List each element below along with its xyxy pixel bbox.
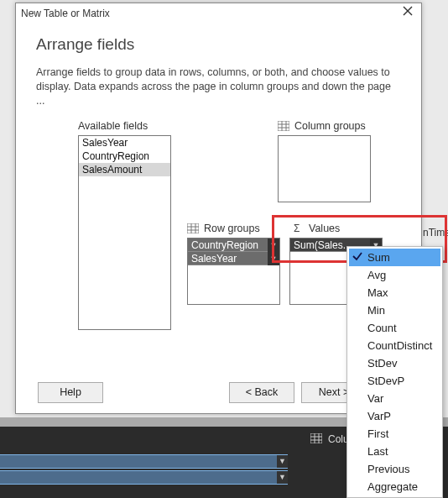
aggregate-menu-item[interactable]: StDev bbox=[349, 354, 440, 372]
viewport: nTime s ▼ ▼ Colum New Table or Matrix Ar… bbox=[0, 0, 448, 498]
aggregate-menu-item-label: Var bbox=[367, 392, 383, 405]
aggregate-menu-item-label: Min bbox=[367, 304, 385, 317]
help-button[interactable]: Help bbox=[38, 382, 103, 403]
aggregate-menu-item-label: Max bbox=[367, 286, 388, 299]
aggregate-menu-item[interactable]: First bbox=[349, 425, 440, 443]
sigma-icon: Σ bbox=[294, 223, 300, 234]
chevron-down-icon[interactable]: ▼ bbox=[277, 455, 288, 468]
aggregate-menu-item[interactable]: CountDistinct bbox=[349, 337, 440, 354]
aggregate-menu-item[interactable]: Aggregate bbox=[349, 478, 440, 495]
available-fields-list[interactable]: SalesYear CountryRegion SalesAmount bbox=[78, 135, 171, 330]
dialog-title: New Table or Matrix bbox=[21, 8, 110, 19]
available-fields-label: Available fields bbox=[78, 120, 148, 132]
background-group-row-2[interactable]: ▼ bbox=[0, 470, 288, 485]
close-button[interactable] bbox=[403, 6, 418, 21]
close-icon bbox=[403, 6, 413, 16]
aggregate-menu-item-label: Count bbox=[367, 322, 397, 334]
aggregate-menu-item-label: Previous bbox=[367, 463, 410, 475]
back-button[interactable]: < Back bbox=[229, 382, 294, 403]
check-icon bbox=[352, 250, 363, 262]
aggregate-menu-item[interactable]: Previous bbox=[349, 460, 440, 478]
aggregate-menu[interactable]: Sum Avg Max Min Count CountDistinct StDe… bbox=[346, 246, 443, 498]
aggregate-menu-item-label: StDev bbox=[367, 357, 397, 370]
row-group-chip[interactable]: SalesYear▼ bbox=[188, 252, 279, 265]
aggregate-menu-item[interactable]: VarP bbox=[349, 407, 440, 425]
table-icon bbox=[187, 223, 199, 233]
aggregate-menu-item-label: Last bbox=[367, 445, 388, 458]
aggregate-menu-item-label: StDevP bbox=[367, 375, 404, 387]
row-groups-label: Row groups bbox=[204, 223, 260, 234]
background-field-truncated: nTime bbox=[423, 223, 448, 242]
aggregate-menu-item[interactable]: StDevP bbox=[349, 372, 440, 390]
aggregate-menu-item-label: CountDistinct bbox=[367, 339, 432, 352]
chevron-down-icon[interactable]: ▼ bbox=[277, 471, 288, 484]
chevron-down-icon[interactable]: ▼ bbox=[268, 239, 279, 252]
row-group-chip[interactable]: CountryRegion▼ bbox=[188, 239, 279, 252]
table-icon bbox=[310, 433, 322, 443]
aggregate-menu-item-label: VarP bbox=[367, 410, 391, 422]
aggregate-menu-item[interactable]: Var bbox=[349, 390, 440, 407]
aggregate-menu-item-label: First bbox=[367, 427, 388, 440]
row-group-chip-label: CountryRegion bbox=[191, 239, 258, 251]
value-chip-label: Sum(Sales... bbox=[294, 239, 352, 251]
svg-rect-7 bbox=[278, 121, 289, 131]
aggregate-menu-item-label: Avg bbox=[367, 269, 386, 281]
aggregate-menu-item-label: Sum bbox=[367, 251, 390, 264]
aggregate-menu-item[interactable]: Count bbox=[349, 319, 440, 337]
aggregate-menu-item[interactable]: Min bbox=[349, 301, 440, 319]
background-group-row-1[interactable]: ▼ bbox=[0, 454, 288, 469]
aggregate-menu-item[interactable]: Sum bbox=[349, 249, 440, 266]
table-icon bbox=[278, 121, 289, 131]
available-field-item[interactable]: SalesAmount bbox=[79, 163, 170, 176]
page-heading: Arrange fields bbox=[36, 35, 401, 54]
available-field-item[interactable]: CountryRegion bbox=[79, 149, 170, 163]
values-label: Values bbox=[309, 223, 340, 234]
chevron-down-icon[interactable]: ▼ bbox=[268, 252, 279, 265]
svg-rect-12 bbox=[187, 223, 199, 233]
aggregate-menu-item[interactable]: Max bbox=[349, 284, 440, 301]
svg-rect-0 bbox=[310, 433, 322, 443]
aggregate-menu-item[interactable]: Last bbox=[349, 443, 440, 460]
column-groups-label: Column groups bbox=[294, 120, 366, 132]
aggregate-menu-item-label: Aggregate bbox=[367, 480, 418, 493]
aggregate-menu-item[interactable]: Avg bbox=[349, 266, 440, 284]
column-groups-list[interactable] bbox=[278, 135, 371, 202]
row-group-chip-label: SalesYear bbox=[191, 253, 237, 265]
titlebar: New Table or Matrix bbox=[16, 3, 421, 24]
row-groups-list[interactable]: CountryRegion▼ SalesYear▼ bbox=[187, 238, 280, 305]
available-field-item[interactable]: SalesYear bbox=[79, 136, 170, 149]
page-description: Arrange fields to group data in rows, co… bbox=[36, 66, 401, 108]
